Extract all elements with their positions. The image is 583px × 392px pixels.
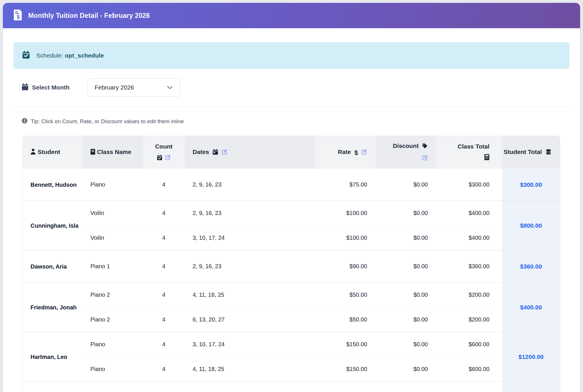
count-cell[interactable]: 4 — [143, 357, 185, 382]
student-total-cell: $300.00 — [502, 169, 560, 201]
table-row: Hassan, — [22, 382, 560, 392]
class-name-cell: Piano — [82, 357, 143, 382]
count-cell[interactable]: 4 — [143, 226, 185, 250]
class-total-cell: $600.00 — [436, 332, 502, 357]
student-total-cell: $400.00 — [502, 283, 560, 332]
edit-icon[interactable] — [422, 153, 428, 164]
col-student-total-header: Student Total — [502, 136, 560, 169]
person-icon — [30, 147, 36, 158]
col-rate-header: Rate $ — [315, 136, 376, 169]
schedule-text: Schedule: opt_schedule — [36, 52, 104, 59]
discount-cell[interactable]: $0.00 — [376, 357, 436, 382]
edit-icon[interactable] — [165, 153, 171, 163]
month-select-value: February 2026 — [95, 84, 134, 91]
rate-cell[interactable]: $150.00 — [315, 332, 376, 357]
student-total-cell: $800.00 — [502, 201, 560, 250]
student-name-cell: Hassan, — [22, 382, 82, 392]
student-name-cell: Dawson, Aria — [22, 250, 82, 283]
student-name-cell: Bennett, Hudson — [22, 169, 82, 201]
col-class-name-header: Class Name — [82, 136, 143, 169]
rate-cell[interactable] — [315, 382, 376, 392]
col-student-header: Student — [22, 136, 82, 169]
count-cell[interactable]: 4 — [143, 283, 185, 307]
class-total-cell: $200.00 — [436, 283, 502, 307]
calendar-check-icon — [22, 51, 30, 60]
schedule-value: opt_schedule — [65, 52, 104, 59]
table-row: Voilin43, 10, 17, 24$100.00$0.00$400.00 — [22, 226, 560, 250]
class-name-cell: Voilin — [82, 226, 143, 250]
chevron-down-icon — [167, 84, 173, 91]
count-cell[interactable]: 4 — [143, 201, 185, 226]
discount-cell[interactable]: $0.00 — [376, 226, 436, 250]
table-row: Friedman, JonahPiano 244, 11, 18, 25$50.… — [22, 283, 560, 307]
class-total-cell: $360.00 — [436, 250, 502, 283]
table-row: Hartman, LeoPiano43, 10, 17, 24$150.00$0… — [22, 332, 560, 357]
discount-cell[interactable]: $0.00 — [376, 307, 436, 332]
class-name-cell: Piano 2 — [82, 307, 143, 332]
dates-cell: 2, 9, 16, 23 — [185, 201, 315, 226]
col-discount-header: Discount — [376, 136, 436, 169]
info-circle-icon — [22, 118, 28, 125]
discount-cell[interactable]: $0.00 — [376, 283, 436, 307]
count-cell[interactable] — [143, 382, 185, 392]
class-total-cell: $400.00 — [436, 226, 502, 250]
rate-cell[interactable]: $50.00 — [315, 307, 376, 332]
student-name-cell: Hartman, Leo — [22, 332, 82, 382]
rate-cell[interactable]: $100.00 — [315, 226, 376, 250]
dates-cell: 4, 11, 18, 25 — [185, 283, 315, 307]
book-icon — [90, 147, 95, 158]
count-cell[interactable]: 4 — [143, 169, 185, 201]
dates-cell: 3, 10, 17, 24 — [185, 332, 315, 357]
select-month-label: Select Month — [22, 83, 70, 92]
count-cell[interactable]: 4 — [143, 332, 185, 357]
card-header: $ Monthly Tuition Detail - February 2026 — [3, 3, 580, 28]
tuition-table: Student Class Name Count — [22, 136, 560, 392]
table-row: Piano44, 11, 18, 25$150.00$0.00$600.00 — [22, 357, 560, 382]
student-total-cell: $1200.00 — [502, 332, 560, 382]
class-total-cell: $400.00 — [436, 201, 502, 226]
edit-icon[interactable] — [361, 147, 367, 158]
rate-cell[interactable]: $150.00 — [315, 357, 376, 382]
edit-icon[interactable] — [222, 147, 227, 158]
coins-icon — [545, 147, 552, 158]
discount-cell[interactable] — [376, 382, 436, 392]
dates-cell: 4, 11, 18, 25 — [185, 357, 315, 382]
discount-cell[interactable]: $0.00 — [376, 169, 436, 201]
count-cell[interactable]: 4 — [143, 250, 185, 283]
schedule-banner: Schedule: opt_schedule — [14, 42, 569, 69]
col-count-header: Count — [143, 136, 185, 169]
svg-text:$: $ — [17, 14, 20, 20]
invoice-dollar-icon: $ — [14, 9, 22, 22]
class-name-cell: Piano — [82, 332, 143, 357]
table-header-row: Student Class Name Count — [22, 136, 560, 169]
tuition-card: $ Monthly Tuition Detail - February 2026… — [3, 3, 580, 392]
calculator-icon — [484, 153, 489, 163]
count-cell[interactable]: 4 — [143, 307, 185, 332]
rate-cell[interactable]: $75.00 — [315, 169, 376, 201]
month-select[interactable]: February 2026 — [88, 78, 181, 97]
table-row: Dawson, AriaPiano 142, 9, 16, 23$90.00$0… — [22, 250, 560, 283]
class-name-cell: Voilin — [82, 201, 143, 226]
discount-cell[interactable]: $0.00 — [376, 250, 436, 283]
page-title: Monthly Tuition Detail - February 2026 — [28, 12, 150, 20]
class-total-cell — [436, 382, 502, 392]
student-total-cell — [502, 382, 560, 392]
rate-cell[interactable]: $50.00 — [315, 283, 376, 307]
class-name-cell: Piano — [82, 169, 143, 201]
tip-text: Tip: Click on Count, Rate, or Discount v… — [31, 118, 184, 125]
tag-icon — [422, 141, 428, 152]
rate-cell[interactable]: $100.00 — [315, 201, 376, 226]
class-total-cell: $600.00 — [436, 357, 502, 382]
dates-cell: 2, 9, 16, 23 — [185, 250, 315, 283]
dates-cell: 3, 10, 17, 24 — [185, 226, 315, 250]
dollar-icon: $ — [354, 147, 358, 158]
table-row: Cunningham, IslaVoilin42, 9, 16, 23$100.… — [22, 201, 560, 226]
class-total-cell: $200.00 — [436, 307, 502, 332]
calendar-icon — [212, 147, 218, 158]
discount-cell[interactable]: $0.00 — [376, 201, 436, 226]
table-row: Bennett, HudsonPiano42, 9, 16, 23$75.00$… — [22, 169, 560, 201]
class-total-cell: $300.00 — [436, 169, 502, 201]
rate-cell[interactable]: $90.00 — [315, 250, 376, 283]
student-name-cell: Cunningham, Isla — [22, 201, 82, 250]
discount-cell[interactable]: $0.00 — [376, 332, 436, 357]
